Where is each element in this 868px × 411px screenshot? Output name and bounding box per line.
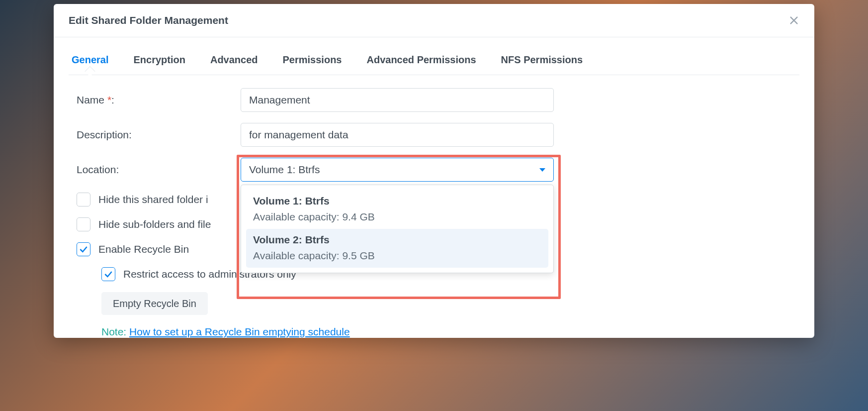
hide-folder-checkbox[interactable]	[77, 193, 90, 206]
enable-recycle-label: Enable Recycle Bin	[98, 243, 189, 255]
chevron-down-icon	[539, 168, 545, 172]
row-empty-recycle: Empty Recycle Bin	[101, 292, 791, 315]
empty-recycle-bin-button[interactable]: Empty Recycle Bin	[101, 292, 208, 315]
description-input[interactable]	[241, 123, 554, 147]
location-dropdown: Volume 1: Btrfs Available capacity: 9.4 …	[241, 185, 554, 273]
row-name: Name *:	[77, 88, 791, 112]
dialog-header: Edit Shared Folder Management	[54, 4, 814, 37]
restrict-admin-checkbox[interactable]	[101, 267, 115, 281]
tab-encryption[interactable]: Encryption	[130, 47, 188, 75]
location-option-title: Volume 2: Btrfs	[253, 234, 541, 246]
location-option-volume-1[interactable]: Volume 1: Btrfs Available capacity: 9.4 …	[246, 190, 548, 229]
row-location: Location: Volume 1: Btrfs Volume 1: Btrf…	[77, 158, 791, 182]
name-label-text: Name	[77, 94, 104, 105]
enable-recycle-checkbox[interactable]	[77, 242, 90, 256]
tab-advanced-permissions[interactable]: Advanced Permissions	[363, 47, 479, 75]
dialog-title: Edit Shared Folder Management	[69, 14, 228, 26]
hide-subfolders-checkbox[interactable]	[77, 217, 90, 231]
hide-folder-label: Hide this shared folder i	[98, 194, 208, 206]
hide-subfolders-label: Hide sub-folders and file	[98, 218, 211, 230]
required-asterisk: *	[107, 94, 111, 105]
description-label: Description:	[77, 129, 241, 141]
general-form: Name *: Description: Location: Volume 1:…	[54, 75, 814, 338]
location-label: Location:	[77, 164, 241, 176]
row-description: Description:	[77, 123, 791, 147]
note-prefix: Note:	[101, 326, 126, 337]
tab-advanced[interactable]: Advanced	[207, 47, 261, 75]
location-option-subtitle: Available capacity: 9.5 GB	[253, 250, 541, 262]
tab-general[interactable]: General	[69, 47, 111, 75]
recycle-schedule-link[interactable]: How to set up a Recycle Bin emptying sch…	[129, 326, 350, 337]
row-note: Note: How to set up a Recycle Bin emptyi…	[101, 326, 791, 338]
location-select-wrap: Volume 1: Btrfs Volume 1: Btrfs Availabl…	[241, 158, 554, 182]
close-icon	[788, 15, 799, 26]
edit-shared-folder-dialog: Edit Shared Folder Management General En…	[54, 4, 814, 338]
tab-bar: General Encryption Advanced Permissions …	[69, 47, 799, 75]
location-option-volume-2[interactable]: Volume 2: Btrfs Available capacity: 9.5 …	[246, 229, 548, 268]
name-label: Name *:	[77, 94, 241, 106]
tab-nfs-permissions[interactable]: NFS Permissions	[498, 47, 586, 75]
location-option-subtitle: Available capacity: 9.4 GB	[253, 211, 541, 223]
location-option-title: Volume 1: Btrfs	[253, 195, 541, 207]
tab-permissions[interactable]: Permissions	[280, 47, 345, 75]
location-select[interactable]: Volume 1: Btrfs	[241, 158, 554, 182]
close-button[interactable]	[786, 13, 801, 28]
location-select-value: Volume 1: Btrfs	[249, 164, 320, 176]
name-input[interactable]	[241, 88, 554, 112]
